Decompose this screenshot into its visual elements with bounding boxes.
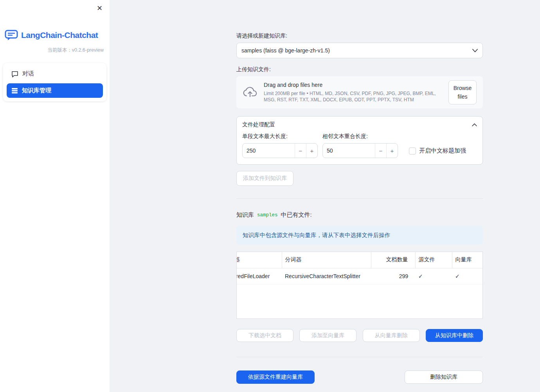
- cell-splitter: RecursiveCharacterTextSplitter: [282, 268, 371, 284]
- column-header-vector[interactable]: 向量库: [452, 252, 483, 268]
- version-text: 当前版本：v0.2.6-preview: [0, 47, 110, 54]
- main-area: 请选择或新建知识库: samples (faiss @ bge-large-zh…: [110, 0, 540, 392]
- browse-files-button[interactable]: Browse files: [448, 80, 477, 105]
- kb-files-suffix: 中已有文件:: [281, 211, 312, 219]
- max-length-stepper: − +: [242, 143, 318, 158]
- kb-files-prefix: 知识库: [236, 211, 254, 219]
- sidebar: ✕ LangChain-Chatchat 当前版本：v0.2.6-preview…: [0, 0, 110, 392]
- max-length-label: 单段文本最大长度:: [242, 133, 318, 140]
- expander-header[interactable]: 文件处理配置: [237, 117, 482, 133]
- file-dropzone[interactable]: Drag and drop files here Limit 200MB per…: [236, 76, 483, 108]
- upload-cloud-icon: [243, 87, 257, 98]
- row-actions: 下载选中文档 添加至向量库 从向量库删除 从知识库中删除: [236, 329, 483, 342]
- dropzone-limits: Limit 200MB per file • HTML, MD, JSON, C…: [264, 90, 442, 103]
- column-header-loader[interactable]: 文档加载器: [236, 252, 282, 268]
- checkbox-label: 开启中文标题加强: [419, 147, 466, 155]
- cell-vector-check: ✓: [452, 268, 483, 284]
- logo: LangChain-Chatchat: [5, 30, 110, 41]
- chevron-down-icon: [472, 49, 478, 52]
- add-files-to-kb-button[interactable]: 添加文件到知识库: [236, 171, 293, 186]
- kb-select[interactable]: samples (faiss @ bge-large-zh-v1.5): [236, 43, 483, 58]
- sidebar-item-kb-management[interactable]: 知识库管理: [7, 83, 103, 98]
- info-text: 知识库中包含源文件与向量库，请从下表中选择文件后操作: [243, 232, 390, 239]
- overlap-stepper: − +: [322, 143, 398, 158]
- delete-from-kb-button[interactable]: 从知识库中删除: [426, 329, 483, 342]
- cell-loader: UnstructuredFileLoader: [236, 268, 282, 284]
- rebuild-vector-store-button[interactable]: 依据源文件重建向量库: [236, 370, 315, 384]
- chat-icon: [11, 70, 18, 77]
- upload-label: 上传知识文件:: [236, 66, 483, 73]
- info-banner: 知识库中包含源文件与向量库，请从下表中选择文件后操作: [236, 226, 483, 245]
- zh-title-enhance-checkbox[interactable]: 开启中文标题加强: [409, 147, 466, 155]
- cell-doc-count: 299: [371, 268, 415, 284]
- files-table: 文档加载器 分词器 文档数量 源文件 向量库 UnstructuredFileL…: [236, 252, 483, 319]
- close-icon[interactable]: ✕: [95, 3, 104, 13]
- divider: [236, 357, 483, 357]
- column-header-source[interactable]: 源文件: [415, 252, 452, 268]
- add-to-vector-button[interactable]: 添加至向量库: [299, 329, 356, 342]
- kb-select-label: 请选择或新建知识库:: [236, 32, 483, 40]
- overlap-input[interactable]: [323, 144, 375, 158]
- minus-icon[interactable]: −: [375, 144, 386, 158]
- table-row[interactable]: UnstructuredFileLoader RecursiveCharacte…: [236, 268, 483, 284]
- kb-files-heading: 知识库 samples 中已有文件:: [236, 211, 483, 219]
- file-config-expander: 文件处理配置 单段文本最大长度: − + 相邻文本重合: [236, 116, 483, 165]
- app-title: LangChain-Chatchat: [21, 31, 98, 40]
- column-header-doc-count[interactable]: 文档数量: [371, 252, 415, 268]
- list-icon: [11, 87, 18, 94]
- delete-kb-button[interactable]: 删除知识库: [405, 370, 483, 384]
- chevron-up-icon: [472, 123, 477, 126]
- overlap-label: 相邻文本重合长度:: [322, 133, 398, 140]
- plus-icon[interactable]: +: [386, 144, 398, 158]
- sidebar-item-label: 知识库管理: [22, 87, 51, 94]
- kb-select-value: samples (faiss @ bge-large-zh-v1.5): [241, 47, 472, 54]
- plus-icon[interactable]: +: [306, 144, 317, 158]
- cell-source-check: ✓: [415, 268, 452, 284]
- sidebar-item-label: 对话: [22, 70, 34, 77]
- expander-title: 文件处理配置: [242, 121, 275, 128]
- kb-name-code: samples: [257, 212, 278, 218]
- sidebar-item-dialogue[interactable]: 对话: [7, 67, 103, 81]
- logo-icon: [5, 30, 18, 41]
- kb-actions: 依据源文件重建向量库 删除知识库: [236, 370, 483, 392]
- column-header-splitter[interactable]: 分词器: [282, 252, 371, 268]
- checkbox-box[interactable]: [409, 147, 416, 155]
- dropzone-instruction: Drag and drop files here: [264, 82, 442, 88]
- sidebar-nav: 对话 知识库管理: [3, 63, 106, 101]
- delete-from-vector-button[interactable]: 从向量库删除: [363, 329, 420, 342]
- minus-icon[interactable]: −: [295, 144, 306, 158]
- download-selected-button[interactable]: 下载选中文档: [236, 329, 293, 342]
- divider: [236, 198, 483, 199]
- table-header-row: 文档加载器 分词器 文档数量 源文件 向量库: [236, 252, 483, 268]
- max-length-input[interactable]: [243, 144, 295, 158]
